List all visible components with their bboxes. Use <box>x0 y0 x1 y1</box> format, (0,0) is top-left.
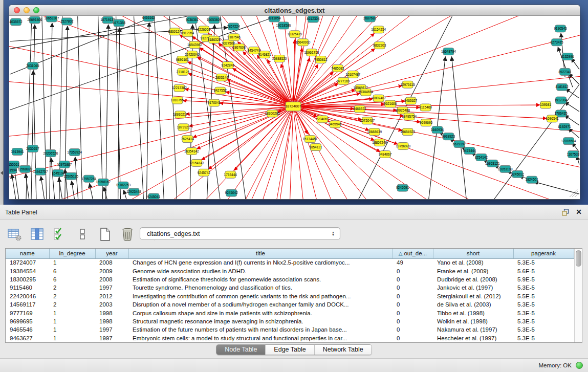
table-row[interactable]: 977716911998Corpus callosum shape and si… <box>6 309 574 317</box>
network-edge[interactable] <box>293 49 375 106</box>
network-edge[interactable] <box>147 23 149 199</box>
network-node[interactable]: 1854121 <box>309 144 322 151</box>
network-node[interactable]: 13325419 <box>288 31 302 38</box>
tab-node-table[interactable]: Node Table <box>216 345 266 355</box>
network-node[interactable]: 19654923 <box>400 128 415 136</box>
column-header-title[interactable]: title <box>128 249 393 258</box>
network-node[interactable]: 16958167 <box>96 179 111 186</box>
network-node[interactable]: 1640934 <box>431 126 444 134</box>
network-node[interactable]: 10688639 <box>367 128 382 136</box>
network-graph[interactable]: 4035572206914061065326715278021071913546… <box>9 16 580 199</box>
column-header-year[interactable]: year <box>95 249 128 258</box>
network-edge[interactable] <box>293 106 404 116</box>
network-edge[interactable] <box>98 16 103 199</box>
close-panel-icon[interactable]: ✕ <box>576 208 582 216</box>
network-node[interactable]: 2030657 <box>26 145 39 152</box>
table-scrollbar-thumb[interactable] <box>576 250 581 267</box>
network-node[interactable]: 15720407 <box>360 117 375 124</box>
column-header-out_de[interactable]: △out_de... <box>393 249 433 258</box>
network-edge[interactable] <box>565 89 579 98</box>
float-panel-icon[interactable] <box>562 209 570 216</box>
table-row[interactable]: 911546021997Tourette syndrome. Phenomeno… <box>6 283 574 292</box>
network-node[interactable]: 2226058 <box>198 26 211 33</box>
network-edge[interactable] <box>90 183 93 199</box>
network-node[interactable]: 10353198 <box>498 165 513 172</box>
network-node[interactable]: 8612304 <box>307 16 320 23</box>
network-node[interactable]: 15505135 <box>63 172 78 180</box>
column-header-short[interactable]: short <box>433 249 513 258</box>
table-scrollbar[interactable] <box>574 249 582 342</box>
network-node[interactable]: 4035572 <box>9 18 23 26</box>
network-node[interactable]: 9699695 <box>420 119 433 126</box>
network-node[interactable]: 17359924 <box>67 149 82 156</box>
network-node[interactable]: 8486322 <box>353 105 366 113</box>
window-resize-grip[interactable] <box>570 189 578 197</box>
network-node[interactable]: 9896101 <box>176 56 189 63</box>
network-node[interactable]: 9465546 <box>329 121 342 128</box>
network-node[interactable]: 8254142 <box>475 154 488 161</box>
table-settings-icon[interactable] <box>7 227 23 242</box>
network-node[interactable]: 19384554 <box>358 89 373 96</box>
table-row[interactable]: 1456911722003Disruption of a novel membe… <box>6 300 574 309</box>
network-edge[interactable] <box>208 106 293 169</box>
network-edge[interactable] <box>41 176 45 199</box>
network-node[interactable]: 1824501 <box>526 176 539 183</box>
network-node[interactable]: 159581 <box>540 101 551 108</box>
table-row[interactable]: 1830029562008Estimation of significance … <box>6 275 574 283</box>
table-row[interactable]: 946554611997Estimation of the future num… <box>6 325 574 334</box>
network-node[interactable]: 2687682 <box>363 16 377 22</box>
network-node[interactable]: 16961758 <box>304 49 319 56</box>
column-header-in_degree[interactable]: in_degree <box>49 249 95 258</box>
network-node[interactable]: 13942757 <box>33 168 48 175</box>
network-view-window[interactable]: citations_edges.txt 40355722069140610653… <box>9 5 580 200</box>
network-node[interactable]: 9777169 <box>337 77 350 84</box>
network-node[interactable]: 18807249 <box>372 139 387 146</box>
network-node[interactable]: 9245012 <box>511 170 525 178</box>
network-edge[interactable] <box>534 182 579 194</box>
network-edge[interactable] <box>72 181 75 199</box>
network-edge[interactable] <box>51 158 55 199</box>
network-node[interactable]: 10653267 <box>44 16 59 22</box>
network-node[interactable]: 18495754 <box>402 113 417 120</box>
network-node[interactable]: 7955812 <box>314 56 328 63</box>
network-node[interactable]: 6466162 <box>142 16 156 21</box>
network-node[interactable]: 9146821 <box>258 51 271 58</box>
network-node[interactable]: 8273415 <box>550 39 563 46</box>
network-node[interactable]: 20691406 <box>27 16 42 24</box>
network-edge[interactable] <box>169 16 177 199</box>
network-edge[interactable] <box>154 16 164 199</box>
network-node[interactable]: 9245041 <box>147 193 161 199</box>
tab-network-table[interactable]: Network Table <box>315 345 372 355</box>
column-header-pagerank[interactable]: pagerank <box>513 249 574 258</box>
toggle-rows-icon[interactable] <box>75 227 90 242</box>
tab-edge-table[interactable]: Edge Table <box>266 345 314 355</box>
network-edge[interactable] <box>451 57 466 199</box>
network-node[interactable]: 16648794 <box>441 48 456 55</box>
table-row[interactable]: 969969511998Structural magnetic resonanc… <box>6 317 574 325</box>
network-node[interactable]: 2803144 <box>215 74 229 81</box>
network-node[interactable]: 1167533 <box>567 151 580 158</box>
network-node[interactable]: 16543982 <box>187 41 202 49</box>
table-row[interactable]: 2242004622012Investigating the contribut… <box>6 292 574 300</box>
table-row[interactable]: 946362711997Embryonic stem cells: a mode… <box>6 334 574 342</box>
network-node[interactable]: 2031065 <box>26 62 39 69</box>
network-node[interactable]: 19218586 <box>276 22 291 29</box>
network-node[interactable]: 8132996 <box>561 53 574 60</box>
table-row[interactable]: 1938455462009Genome-wide association stu… <box>6 267 574 275</box>
network-edge[interactable] <box>12 174 16 199</box>
network-node[interactable]: 1096541 <box>546 115 559 122</box>
network-node[interactable]: 16154254 <box>371 26 386 33</box>
network-node[interactable]: 7485083 <box>331 64 344 72</box>
network-node[interactable]: 4671358 <box>113 19 126 27</box>
network-node[interactable]: 9832203 <box>373 42 386 49</box>
network-node[interactable]: 8912954 <box>181 30 194 37</box>
network-node[interactable]: 1917304 <box>554 97 568 104</box>
network-canvas[interactable]: 4035572206914061065326715278021071913546… <box>9 16 580 199</box>
network-node[interactable]: 9245742 <box>198 169 211 176</box>
network-node[interactable]: 10107487 <box>345 71 360 78</box>
network-node[interactable]: 12975887 <box>57 161 72 168</box>
network-node[interactable]: 9621606 <box>384 100 397 107</box>
network-node[interactable]: 9938923 <box>442 133 455 140</box>
network-node[interactable]: 2204061 <box>316 116 329 123</box>
network-node[interactable]: 16953121 <box>485 160 500 167</box>
